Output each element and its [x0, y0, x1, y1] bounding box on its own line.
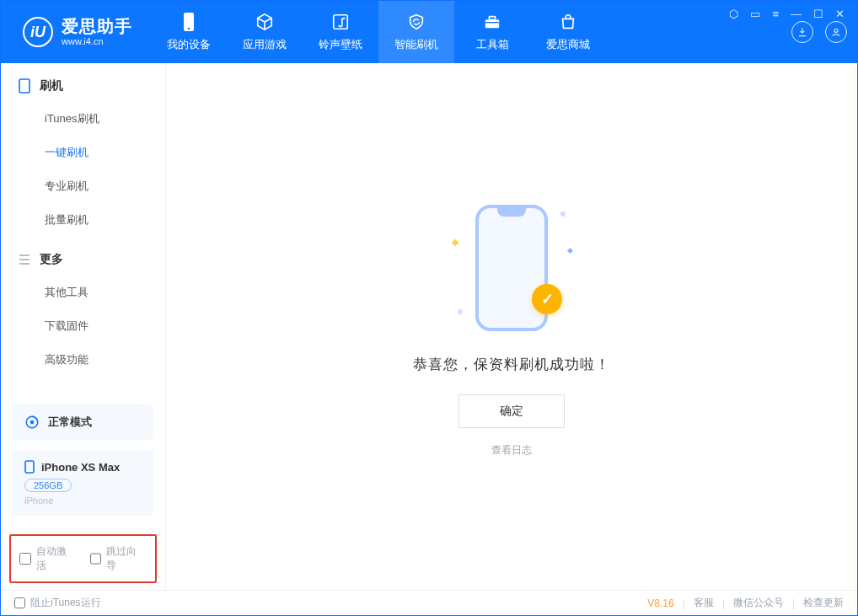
auto-activate-checkbox[interactable]: 自动激活	[19, 544, 77, 573]
device-card[interactable]: iPhone XS Max 256GB iPhone	[13, 450, 153, 516]
skip-guide-checkbox[interactable]: 跳过向导	[90, 544, 147, 573]
check-update-link[interactable]: 检查更新	[803, 596, 844, 610]
auto-activate-input[interactable]	[19, 553, 31, 565]
menu-icon[interactable]: ≡	[770, 8, 781, 20]
device-small-icon	[24, 460, 35, 474]
svg-point-6	[834, 29, 838, 32]
device-type: iPhone	[24, 495, 142, 506]
feedback-icon[interactable]: ▭	[748, 8, 763, 20]
separator: |	[722, 597, 725, 609]
svg-point-9	[30, 420, 35, 425]
titlebar: iU 爱思助手 www.i4.cn 我的设备 应用游戏 铃声壁纸	[1, 1, 857, 63]
tab-smart-flash[interactable]: 智能刷机	[378, 1, 454, 63]
mode-label: 正常模式	[48, 415, 92, 430]
sidebar-item-batch-flash[interactable]: 批量刷机	[1, 203, 165, 237]
view-log-link[interactable]: 查看日志	[491, 443, 532, 458]
tab-apps-games[interactable]: 应用游戏	[227, 1, 303, 63]
device-name: iPhone XS Max	[41, 461, 120, 474]
svg-rect-10	[25, 461, 34, 473]
block-itunes-input[interactable]	[14, 597, 25, 608]
device-capacity: 256GB	[24, 479, 72, 492]
tab-ringtones-wallpapers[interactable]: 铃声壁纸	[303, 1, 378, 63]
svg-rect-3	[485, 19, 500, 28]
bag-icon	[558, 12, 578, 32]
brand-logo-icon: iU	[23, 17, 53, 47]
window-controls: ⬡ ▭ ≡ — ☐ ✕	[727, 8, 847, 20]
sidebar-item-advanced[interactable]: 高级功能	[1, 343, 165, 377]
statusbar: 阻止iTunes运行 V8.16 | 客服 | 微信公众号 | 检查更新	[1, 590, 857, 615]
skip-guide-input[interactable]	[90, 553, 102, 565]
svg-point-1	[188, 28, 190, 29]
sidebar-item-itunes-flash[interactable]: iTunes刷机	[1, 102, 165, 136]
download-manager-button[interactable]	[791, 21, 813, 43]
section-title: 更多	[40, 252, 63, 267]
ok-button[interactable]: 确定	[458, 394, 565, 428]
separator: |	[683, 597, 685, 609]
close-icon[interactable]: ✕	[833, 8, 847, 20]
success-illustration: ✓	[427, 196, 596, 340]
decor-spark-icon	[452, 238, 458, 245]
toolbox-icon	[482, 12, 502, 32]
tab-label: 智能刷机	[394, 37, 438, 52]
block-itunes-label: 阻止iTunes运行	[30, 596, 101, 610]
svg-rect-7	[19, 79, 29, 93]
cube-icon	[255, 12, 275, 32]
mode-icon	[24, 415, 40, 430]
sidebar: 刷机 iTunes刷机 一键刷机 专业刷机 批量刷机 更多 其他工具 下载固件 …	[1, 63, 166, 590]
maximize-icon[interactable]: ☐	[811, 8, 826, 20]
sidebar-item-download-firmware[interactable]: 下载固件	[1, 309, 165, 343]
auto-activate-label: 自动激活	[36, 544, 77, 573]
main-area: 刷机 iTunes刷机 一键刷机 专业刷机 批量刷机 更多 其他工具 下载固件 …	[1, 63, 857, 590]
skip-guide-label: 跳过向导	[106, 544, 147, 573]
version-label: V8.16	[647, 597, 673, 609]
wechat-link[interactable]: 微信公众号	[733, 596, 784, 610]
tab-toolbox[interactable]: 工具箱	[454, 1, 530, 63]
nav-tabs: 我的设备 应用游戏 铃声壁纸 智能刷机 工具箱	[151, 1, 606, 63]
decor-dot-icon	[458, 309, 463, 314]
separator: |	[792, 597, 795, 609]
sidebar-section-flash: 刷机	[1, 63, 165, 102]
refresh-shield-icon	[406, 12, 426, 32]
sidebar-item-pro-flash[interactable]: 专业刷机	[1, 169, 165, 203]
tab-my-device[interactable]: 我的设备	[151, 1, 227, 63]
brand-url: www.i4.cn	[62, 36, 132, 47]
success-check-icon: ✓	[532, 284, 562, 314]
svg-rect-4	[489, 17, 495, 20]
tab-label: 我的设备	[167, 37, 211, 52]
flash-options-row: 自动激活 跳过向导	[9, 534, 157, 583]
svg-rect-5	[485, 22, 500, 23]
decor-spark-icon	[567, 247, 573, 253]
sidebar-section-more: 更多	[1, 237, 165, 276]
tab-label: 应用游戏	[243, 37, 287, 52]
tab-label: 工具箱	[476, 37, 509, 52]
brand-name: 爱思助手	[62, 17, 132, 36]
sidebar-bottom-panel: 正常模式 iPhone XS Max 256GB iPhone	[1, 396, 165, 534]
tab-label: 铃声壁纸	[319, 37, 362, 52]
tab-store[interactable]: 爱思商城	[530, 1, 606, 63]
block-itunes-checkbox[interactable]: 阻止iTunes运行	[14, 596, 101, 610]
sidebar-item-one-click-flash[interactable]: 一键刷机	[1, 136, 165, 169]
sidebar-item-other-tools[interactable]: 其他工具	[1, 276, 165, 309]
phone-outline-icon	[18, 79, 31, 93]
tab-label: 爱思商城	[546, 37, 590, 52]
decor-dot-icon	[560, 212, 566, 217]
minimize-icon[interactable]: —	[788, 8, 804, 20]
phone-outline-icon	[475, 205, 548, 331]
account-button[interactable]	[825, 21, 847, 43]
brand: iU 爱思助手 www.i4.cn	[1, 1, 151, 63]
list-icon	[18, 253, 31, 266]
shirt-icon[interactable]: ⬡	[727, 8, 741, 20]
device-icon	[179, 12, 199, 32]
success-message: 恭喜您，保资料刷机成功啦！	[413, 355, 610, 374]
content-area: ✓ 恭喜您，保资料刷机成功啦！ 确定 查看日志	[166, 63, 857, 590]
support-link[interactable]: 客服	[694, 596, 714, 610]
mode-card[interactable]: 正常模式	[13, 404, 153, 440]
section-title: 刷机	[40, 78, 63, 94]
music-folder-icon	[330, 12, 351, 32]
